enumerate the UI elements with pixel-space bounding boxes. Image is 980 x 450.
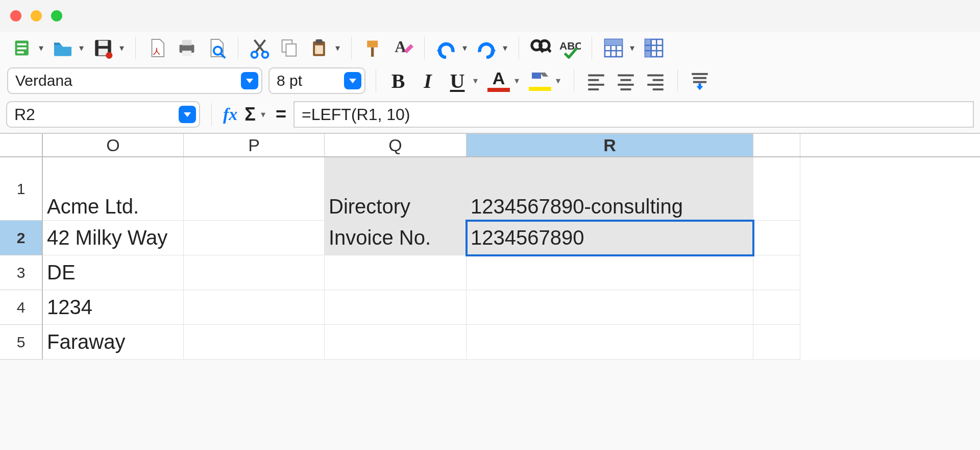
- export-pdf-button[interactable]: 人: [145, 36, 169, 60]
- paste-chevron-icon[interactable]: ▾: [335, 42, 340, 54]
- undo-chevron-icon[interactable]: ▾: [462, 42, 467, 54]
- svg-rect-22: [315, 45, 323, 54]
- name-box-dropdown-icon[interactable]: [179, 106, 196, 123]
- window-close-button[interactable]: [10, 10, 21, 21]
- row-5: 5 Faraway: [0, 325, 980, 360]
- cell-Q2[interactable]: Invoice No.: [325, 221, 467, 255]
- row-column-button[interactable]: [601, 36, 626, 60]
- cell-R3[interactable]: [467, 255, 753, 290]
- svg-line-13: [221, 54, 225, 58]
- align-center-button[interactable]: [614, 69, 638, 92]
- highlight-icon: [530, 70, 550, 86]
- clone-formatting-button[interactable]: [361, 36, 385, 60]
- sum-button-icon[interactable]: Σ: [244, 104, 256, 125]
- window-zoom-button[interactable]: [51, 10, 62, 21]
- row-column-chevron-icon[interactable]: ▾: [630, 42, 634, 54]
- name-box[interactable]: R2: [6, 101, 200, 128]
- formula-equals-icon[interactable]: =: [276, 104, 286, 125]
- column-header-next[interactable]: [753, 134, 800, 156]
- cell-Q1[interactable]: Directory: [325, 157, 467, 221]
- cell-P2[interactable]: [184, 221, 325, 255]
- formatting-toolbar: Verdana 8 pt B I U ▾ A ▾ ▾: [0, 64, 980, 99]
- cell-S1[interactable]: [753, 157, 800, 221]
- freeze-panes-button[interactable]: [642, 36, 666, 60]
- find-replace-button[interactable]: [528, 36, 553, 60]
- clear-formatting-button[interactable]: A: [390, 36, 415, 60]
- row-header-4[interactable]: 4: [0, 290, 43, 325]
- sum-chevron-icon[interactable]: ▾: [261, 109, 265, 120]
- cell-R1[interactable]: 1234567890-consulting: [467, 157, 753, 221]
- svg-line-15: [256, 40, 265, 52]
- column-header-Q[interactable]: Q: [325, 134, 467, 156]
- underline-chevron-icon[interactable]: ▾: [473, 75, 478, 86]
- cell-S3[interactable]: [753, 255, 800, 290]
- italic-button[interactable]: I: [416, 69, 439, 92]
- font-color-chevron-icon[interactable]: ▾: [514, 75, 519, 86]
- row-header-2[interactable]: 2: [0, 221, 43, 255]
- align-left-button[interactable]: [584, 69, 608, 92]
- cell-O4[interactable]: 1234: [43, 290, 184, 325]
- select-all-corner[interactable]: [0, 134, 43, 156]
- save-button[interactable]: [91, 36, 115, 60]
- cell-Q5[interactable]: [325, 325, 467, 360]
- column-header-O[interactable]: O: [43, 134, 184, 156]
- column-header-R[interactable]: R: [467, 134, 753, 156]
- function-wizard-icon[interactable]: fx: [223, 105, 237, 124]
- window-minimize-button[interactable]: [31, 10, 42, 21]
- cell-P3[interactable]: [184, 255, 325, 290]
- cell-S2[interactable]: [753, 221, 800, 255]
- svg-text:人: 人: [153, 47, 161, 55]
- svg-rect-2: [17, 48, 27, 50]
- cell-R5[interactable]: [467, 325, 753, 360]
- print-button[interactable]: [175, 36, 199, 60]
- cell-P1[interactable]: [184, 157, 325, 221]
- cell-P4[interactable]: [184, 290, 325, 325]
- align-right-button[interactable]: [644, 69, 667, 92]
- cell-S5[interactable]: [753, 325, 800, 360]
- paste-button[interactable]: [307, 36, 331, 60]
- font-name-value: Verdana: [15, 72, 72, 89]
- svg-text:ABC: ABC: [559, 40, 581, 52]
- cell-O2[interactable]: 42 Milky Way: [43, 221, 184, 255]
- align-top-button[interactable]: [688, 69, 712, 92]
- toolbar-separator: [424, 37, 425, 59]
- cell-Q3[interactable]: [325, 255, 467, 290]
- font-color-button[interactable]: A: [487, 69, 510, 92]
- open-chevron-icon[interactable]: ▾: [79, 42, 84, 54]
- row-header-5[interactable]: 5: [0, 325, 43, 360]
- cell-O5[interactable]: Faraway: [43, 325, 184, 360]
- cell-O3[interactable]: DE: [43, 255, 184, 290]
- cell-Q4[interactable]: [325, 290, 467, 325]
- redo-button[interactable]: [474, 36, 499, 60]
- font-name-dropdown-icon[interactable]: [241, 72, 258, 89]
- print-preview-button[interactable]: [204, 36, 229, 60]
- save-chevron-icon[interactable]: ▾: [119, 42, 124, 54]
- svg-rect-5: [99, 41, 108, 46]
- highlight-chevron-icon[interactable]: ▾: [556, 75, 560, 86]
- copy-button[interactable]: [277, 36, 302, 60]
- bold-button[interactable]: B: [386, 69, 410, 92]
- new-document-button[interactable]: [10, 36, 35, 60]
- cell-S4[interactable]: [753, 290, 800, 325]
- cell-P5[interactable]: [184, 325, 325, 360]
- spellcheck-button[interactable]: ABC: [558, 36, 582, 60]
- main-toolbar: ▾ ▾ ▾ 人 ▾ A ▾ ▾: [0, 32, 980, 64]
- column-header-P[interactable]: P: [184, 134, 325, 156]
- font-size-combo[interactable]: 8 pt: [268, 67, 365, 94]
- row-header-3[interactable]: 3: [0, 255, 43, 290]
- cell-R2-active[interactable]: 1234567890: [467, 221, 753, 255]
- font-name-combo[interactable]: Verdana: [7, 67, 262, 94]
- undo-button[interactable]: [434, 36, 458, 60]
- font-size-dropdown-icon[interactable]: [344, 72, 361, 89]
- new-document-chevron-icon[interactable]: ▾: [39, 42, 43, 54]
- open-button[interactable]: [51, 36, 75, 60]
- highlight-color-button[interactable]: [528, 70, 552, 91]
- cut-button[interactable]: [248, 36, 272, 60]
- redo-chevron-icon[interactable]: ▾: [503, 42, 507, 54]
- row-header-1[interactable]: 1: [0, 157, 43, 221]
- underline-button[interactable]: U: [446, 69, 469, 92]
- cell-O1[interactable]: Acme Ltd.: [43, 157, 184, 221]
- formula-input[interactable]: =LEFT(R1, 10): [293, 101, 974, 128]
- row-1: 1 Acme Ltd. Directory 1234567890-consult…: [0, 157, 980, 221]
- cell-R4[interactable]: [467, 290, 753, 325]
